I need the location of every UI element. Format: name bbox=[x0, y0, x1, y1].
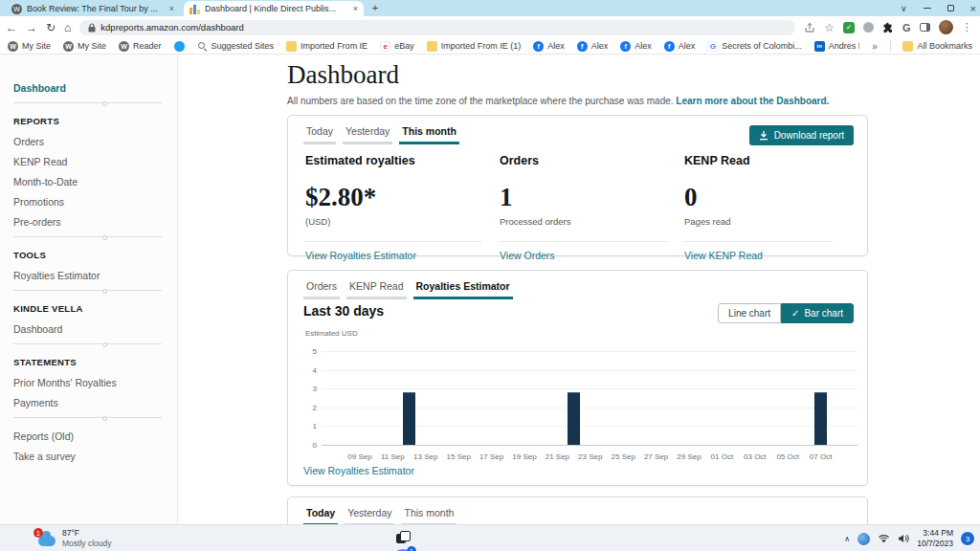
sidebar-item-take-a-survey[interactable]: Take a survey bbox=[13, 451, 162, 462]
bookmark-imported-from-ie-1[interactable]: Imported From IE (1) bbox=[427, 41, 522, 52]
bookmark-label: Imported From IE (1) bbox=[441, 41, 522, 51]
sidebar-item-month-to-date[interactable]: Month-to-Date bbox=[13, 176, 162, 187]
tab-close-icon[interactable]: × bbox=[353, 4, 358, 13]
address-bar[interactable]: kdpreports.amazon.com/dashboard bbox=[79, 20, 795, 35]
tab-close-icon[interactable]: × bbox=[169, 4, 174, 13]
browser-tab-1[interactable]: W Book Review: The Final Tour by ... × bbox=[6, 1, 180, 16]
sidebar-item-royalties-estimator[interactable]: Royalties Estimator bbox=[13, 270, 162, 281]
tab-this-month[interactable]: This month bbox=[401, 507, 457, 524]
bookmark-label: Alex bbox=[679, 41, 696, 51]
page-title: Dashboard bbox=[287, 60, 871, 90]
sidebar-section-tools: TOOLS bbox=[13, 250, 162, 260]
sidebar-item-reports-old[interactable]: Reports (Old) bbox=[13, 430, 162, 442]
back-icon[interactable]: ← bbox=[6, 22, 17, 33]
wordpress-favicon-icon: W bbox=[11, 4, 22, 14]
bookmark-alex[interactable]: fAlex bbox=[664, 41, 696, 52]
hidden-icons-chevron-icon[interactable]: ∧ bbox=[844, 535, 850, 543]
sidebar-item-kenp-read[interactable]: KENP Read bbox=[13, 156, 162, 167]
bookmark-alex[interactable]: fAlex bbox=[577, 41, 609, 52]
linkedin-icon: in bbox=[814, 41, 825, 52]
sidebar-item-dashboard[interactable]: Dashboard bbox=[13, 82, 162, 94]
side-panel-icon[interactable] bbox=[920, 23, 930, 32]
sidebar-item-payments[interactable]: Payments bbox=[13, 397, 162, 408]
sidebar-item-dashboard[interactable]: Dashboard bbox=[13, 323, 162, 335]
learn-more-link[interactable]: Learn more about the Dashboard. bbox=[676, 96, 829, 106]
notification-badge[interactable]: 3 bbox=[961, 532, 974, 545]
search-icon bbox=[197, 41, 208, 52]
sidebar-section-kindle-vella: KINDLE VELLA bbox=[13, 303, 162, 314]
x-tick-label-15-sep: 15 Sep bbox=[447, 452, 471, 461]
tab-today[interactable]: Today bbox=[303, 507, 338, 524]
bookmark-suggested-sites[interactable]: Suggested Sites bbox=[197, 41, 275, 52]
bookmark-secrets-of-colombi[interactable]: GSecrets of Colombi... bbox=[707, 41, 802, 52]
bookmark-imported-from-ie[interactable]: Imported From IE bbox=[286, 41, 368, 52]
restore-icon[interactable] bbox=[947, 5, 954, 11]
bar-chart-button[interactable]: ✓ Bar chart bbox=[781, 303, 854, 323]
chart-bar-12-sep[interactable] bbox=[403, 392, 415, 445]
x-tick-label-01-oct: 01 Oct bbox=[711, 452, 734, 461]
bookmark-ebay[interactable]: eeBay bbox=[380, 41, 414, 52]
view-royalties-estimator-link[interactable]: View Royalties Estimator bbox=[305, 250, 416, 261]
forward-icon[interactable]: → bbox=[26, 22, 37, 33]
bookmark-andres-mejia-link[interactable]: inAndres Mejia | Link... bbox=[814, 41, 859, 52]
tab-yesterday[interactable]: Yesterday bbox=[343, 125, 392, 144]
clock[interactable]: 3:44 PM 10/7/2023 bbox=[917, 528, 953, 549]
close-icon[interactable]: × bbox=[970, 3, 976, 14]
sidebar-section-statements: STATEMENTS bbox=[13, 357, 162, 367]
chart-heading: Last 30 days bbox=[303, 303, 384, 319]
bookmark-reader[interactable]: WReader bbox=[119, 41, 162, 52]
line-chart-button[interactable]: Line chart bbox=[718, 303, 781, 323]
lock-icon bbox=[88, 23, 96, 33]
extensions-puzzle-icon[interactable] bbox=[882, 22, 894, 33]
share-icon[interactable] bbox=[804, 22, 815, 33]
sidebar-section-reports: REPORTS bbox=[13, 116, 162, 126]
twitter-icon bbox=[174, 41, 185, 52]
browser-tab-2-active[interactable]: Dashboard | Kindle Direct Publis... × bbox=[184, 1, 364, 16]
tab-royalties-estimator[interactable]: Royalties Estimator bbox=[413, 280, 513, 299]
view-royalties-estimator-link[interactable]: View Royalties Estimator bbox=[303, 465, 414, 476]
bookmarks-overflow-icon[interactable]: » bbox=[872, 41, 878, 52]
google-g-icon[interactable]: G bbox=[902, 22, 911, 33]
menu-dots-icon[interactable]: ⋮ bbox=[962, 21, 972, 33]
tray-app-icon[interactable] bbox=[858, 533, 870, 545]
chart-bar-22-sep[interactable] bbox=[568, 392, 580, 445]
wifi-icon[interactable] bbox=[878, 534, 890, 543]
sidebar-item-promotions[interactable]: Promotions bbox=[13, 196, 162, 208]
system-tray: ∧ 3:44 PM 10/7/2023 3 bbox=[844, 525, 974, 551]
bookmark-alex[interactable]: fAlex bbox=[533, 41, 565, 52]
metric-value: 0 bbox=[684, 183, 850, 212]
all-bookmarks-button[interactable]: All Bookmarks bbox=[902, 41, 972, 52]
bookmark-alex[interactable]: fAlex bbox=[620, 41, 652, 52]
volume-icon[interactable] bbox=[898, 534, 909, 543]
reload-icon[interactable]: ↻ bbox=[46, 22, 56, 33]
tab-orders[interactable]: Orders bbox=[303, 280, 340, 299]
bookmark-star-icon[interactable]: ☆ bbox=[824, 21, 835, 34]
profile-avatar[interactable] bbox=[939, 20, 953, 34]
kdp-reports-page: DashboardREPORTSOrdersKENP ReadMonth-to-… bbox=[0, 55, 980, 524]
minimize-icon[interactable] bbox=[924, 8, 931, 10]
view-orders-link[interactable]: View Orders bbox=[500, 250, 555, 261]
tab-kenp-read[interactable]: KENP Read bbox=[346, 280, 406, 299]
home-icon[interactable]: ⌂ bbox=[64, 22, 71, 33]
window-controls: ∨ × bbox=[901, 0, 976, 16]
sidebar-item-pre-orders[interactable]: Pre-orders bbox=[13, 216, 162, 228]
tab-today[interactable]: Today bbox=[303, 125, 336, 144]
chart-bar-07-oct[interactable] bbox=[814, 392, 827, 445]
sidebar-item-prior-months-royalties[interactable]: Prior Months' Royalties bbox=[13, 377, 162, 388]
metric-title: KENP Read bbox=[684, 154, 850, 167]
tab-search-chevron-icon[interactable]: ∨ bbox=[901, 4, 907, 13]
extension-check-icon[interactable]: ✓ bbox=[843, 22, 855, 33]
page-subtitle: All numbers are based on the time zone o… bbox=[287, 96, 871, 106]
new-tab-button[interactable]: + bbox=[368, 1, 383, 16]
tab-this-month[interactable]: This month bbox=[399, 125, 459, 144]
tab-yesterday[interactable]: Yesterday bbox=[345, 507, 394, 524]
view-kenp-read-link[interactable]: View KENP Read bbox=[684, 250, 763, 261]
folder-icon bbox=[427, 41, 437, 52]
extension-gray-icon[interactable] bbox=[863, 22, 874, 33]
sidebar-item-orders[interactable]: Orders bbox=[13, 136, 162, 147]
bookmark-my-site[interactable]: WMy Site bbox=[8, 41, 51, 52]
download-report-button[interactable]: Download report bbox=[749, 125, 854, 145]
bookmark-my-site[interactable]: WMy Site bbox=[63, 41, 106, 52]
bookmark-twitter[interactable] bbox=[174, 41, 185, 52]
weather-widget[interactable]: 1 87°F Mostly cloudy bbox=[38, 528, 112, 548]
